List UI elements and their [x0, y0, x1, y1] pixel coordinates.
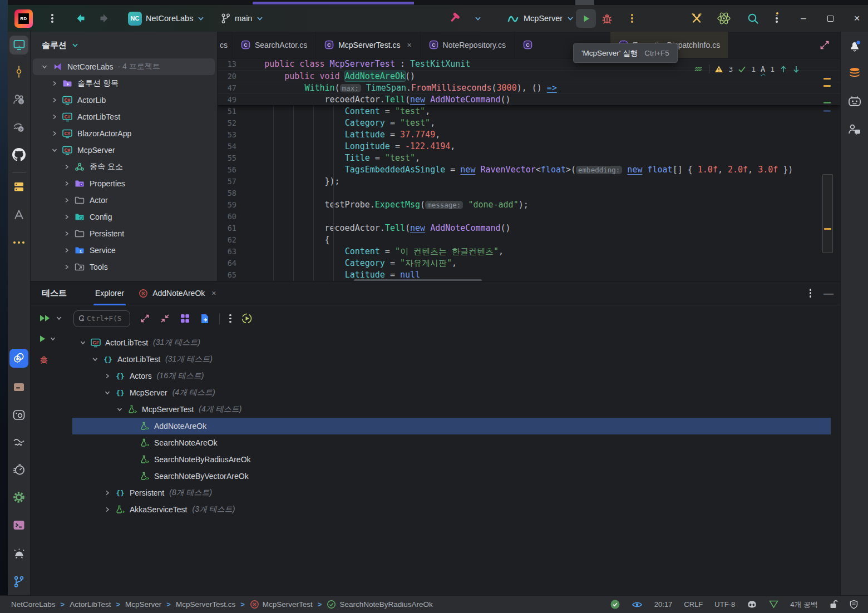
chevron-right-icon[interactable] [48, 96, 61, 105]
editor-scrollbar[interactable] [822, 174, 833, 253]
snapshot-icon[interactable] [9, 406, 28, 424]
test-search-box[interactable] [73, 310, 130, 327]
profiler-icon[interactable] [9, 460, 28, 479]
panel-options-icon[interactable] [810, 288, 812, 299]
code-with-me-icon[interactable] [845, 120, 864, 139]
chat-help-icon[interactable]: ? [9, 118, 28, 137]
breadcrumb-item-McpServerTest.cs[interactable]: McpServerTest.cs [176, 600, 235, 609]
more-tools-icon[interactable] [9, 233, 28, 252]
editor-tab-SearchActor.cs[interactable]: CSearchActor.cs [233, 32, 316, 58]
chevron-right-icon[interactable] [48, 129, 61, 138]
build-icon[interactable] [447, 5, 461, 32]
hide-panel-icon[interactable]: — [823, 288, 834, 299]
prev-problem-icon[interactable] [780, 65, 787, 73]
chevron-right-icon[interactable] [48, 112, 61, 121]
test-tree-item-McpServer[interactable]: {}McpServer(4개 테스트) [72, 384, 840, 401]
open-report-icon[interactable] [200, 313, 210, 324]
chevron-right-icon[interactable] [48, 79, 61, 88]
copilot-icon[interactable] [747, 600, 757, 609]
test-tree-item-AkkaServiceTest[interactable]: AkkaServiceTest(3개 테스트) [72, 501, 840, 518]
unit-tests-icon[interactable] [9, 349, 28, 368]
main-menu-icon[interactable] [51, 5, 53, 32]
database-icon[interactable] [9, 177, 28, 196]
ai-assistant-icon[interactable] [717, 5, 731, 32]
chevron-right-icon[interactable] [101, 488, 114, 497]
chevron-right-icon[interactable] [101, 505, 114, 514]
test-tree-item-SearchNoteAreOk[interactable]: SearchNoteAreOk [72, 434, 840, 451]
test-tree-item-SearchNoteByRadiusAreOk[interactable]: SearchNoteByRadiusAreOk [72, 451, 840, 468]
indent-setting[interactable]: 4개 공백 [790, 600, 818, 610]
solution-tree-item-종속 요소[interactable]: 종속 요소 [31, 159, 217, 175]
test-tree-item-SearchNoteByVectorAreOk[interactable]: SearchNoteByVectorAreOk [72, 468, 840, 485]
package-icon[interactable] [9, 378, 28, 397]
branch-selector[interactable]: main [220, 5, 264, 32]
github-icon[interactable] [9, 145, 28, 164]
search-everywhere-icon[interactable] [747, 5, 760, 32]
editor-tab-McpServerTest.cs[interactable]: CMcpServerTest.cs× [316, 32, 420, 58]
reader-mode-icon[interactable] [632, 601, 643, 609]
project-selector[interactable]: NC NetCoreLabs [128, 5, 205, 32]
analysis-ok-icon[interactable] [610, 600, 620, 609]
solution-panel-header[interactable]: 솔루션 [31, 32, 217, 58]
breadcrumb-item-SearchNoteByRadiusAreOk[interactable]: SearchNoteByRadiusAreOk [327, 600, 432, 609]
terminal-icon[interactable] [9, 516, 28, 535]
breadcrumb-item-NetCoreLabs[interactable]: NetCoreLabs [11, 600, 56, 609]
solution-tree-item-Actor[interactable]: Actor [31, 192, 217, 209]
test-options-icon[interactable] [229, 313, 231, 324]
breadcrumb-item-ActorLibTest[interactable]: ActorLibTest [70, 600, 111, 609]
chevron-down-icon[interactable] [38, 62, 51, 71]
chevron-right-icon[interactable] [61, 196, 73, 205]
back-icon[interactable] [75, 5, 87, 32]
solution-tree-item-BlazorActorApp[interactable]: C#BlazorActorApp [31, 125, 217, 142]
azure-icon[interactable] [9, 205, 28, 224]
window-options-icon[interactable] [776, 5, 778, 32]
debug-test-icon[interactable] [39, 354, 49, 364]
solution-tree-item-Tools[interactable]: Tools [31, 259, 217, 275]
solution-tree-item-Properties[interactable]: Properties [31, 175, 217, 192]
solution-tree-item-McpServer[interactable]: C#McpServer [31, 142, 217, 159]
shield-icon[interactable] [850, 600, 858, 609]
test-tree-item-McpServerTest[interactable]: McpServerTest(4개 테스트) [72, 401, 840, 418]
chevron-down-icon[interactable] [89, 355, 101, 364]
grammar-icon[interactable] [769, 600, 778, 609]
rerun-icon[interactable] [241, 313, 253, 324]
collapse-all-icon[interactable] [160, 313, 170, 324]
test-tree-item-Persistent[interactable]: {}Persistent(8개 테스트) [72, 485, 840, 501]
run-button[interactable] [576, 5, 596, 32]
run-config-selector[interactable]: McpServer [507, 5, 574, 32]
chevron-right-icon[interactable] [101, 372, 114, 380]
chevron-right-icon[interactable] [61, 263, 73, 271]
chevron-down-icon[interactable] [101, 388, 114, 397]
breadcrumb-item-McpServerTest[interactable]: McpServerTest [250, 600, 313, 609]
debug-button[interactable] [601, 5, 613, 32]
build-tools-icon[interactable] [690, 5, 703, 32]
build-options-chevron-icon[interactable] [474, 5, 482, 32]
solution-tree-item-Persistent[interactable]: Persistent [31, 225, 217, 242]
lock-icon[interactable] [830, 600, 838, 609]
group-by-icon[interactable] [180, 313, 190, 324]
settings-icon[interactable] [9, 488, 28, 507]
editor-tab-cs[interactable]: cs [218, 32, 233, 58]
test-search-input[interactable] [87, 314, 126, 323]
run-more-icon[interactable] [631, 5, 633, 32]
encoding[interactable]: UTF-8 [714, 600, 735, 609]
test-tree-item-ActorLibTest[interactable]: {}ActorLibTest(31개 테스트) [72, 351, 840, 368]
solution-tree-item-Config[interactable]: Config [31, 209, 217, 225]
chevron-right-icon[interactable] [61, 212, 73, 221]
tab-explorer[interactable]: Explorer [88, 281, 131, 305]
chevron-right-icon[interactable] [61, 246, 73, 255]
tab-addnoteareok[interactable]: AddNoteAreOk × [131, 281, 223, 305]
run-selected-test-button[interactable] [38, 334, 56, 343]
collaboration-help-icon[interactable]: ? [9, 90, 28, 109]
run-all-tests-button[interactable] [38, 314, 62, 323]
chevron-down-icon[interactable] [77, 338, 89, 347]
close-tab-icon[interactable]: × [407, 41, 411, 50]
caret-position[interactable]: 20:17 [654, 600, 673, 609]
chevron-down-icon[interactable] [48, 146, 61, 155]
solution-tree-item-ActorLibTest[interactable]: C#ActorLibTest [31, 108, 217, 125]
chevron-right-icon[interactable] [61, 229, 73, 238]
forward-icon[interactable] [98, 5, 110, 32]
chevron-down-icon[interactable] [114, 405, 126, 414]
chevron-right-icon[interactable] [61, 179, 73, 188]
close-button[interactable]: × [849, 5, 865, 32]
